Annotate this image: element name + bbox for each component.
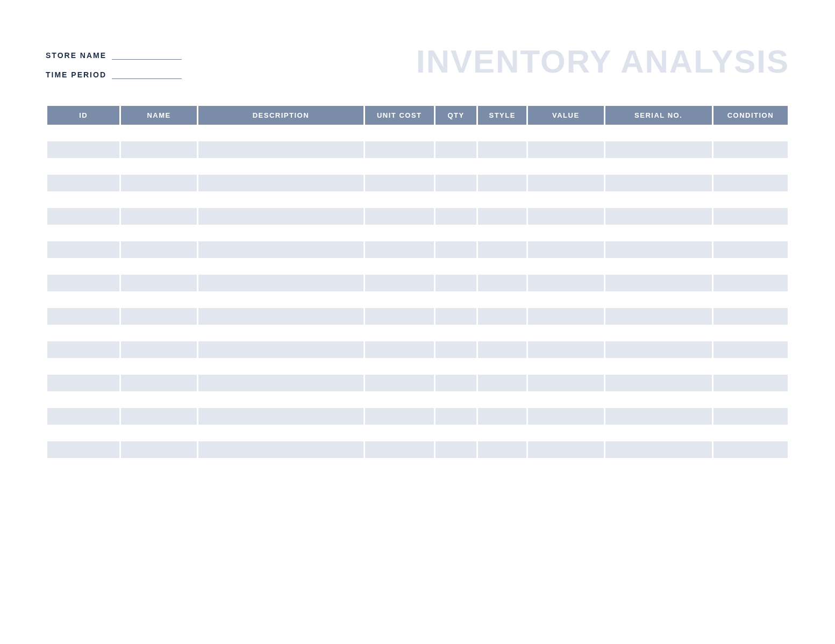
cell-input-style[interactable] [478,391,526,408]
cell-input-style[interactable] [478,375,526,391]
cell-input-name[interactable] [121,358,197,375]
cell-input-style[interactable] [478,425,526,441]
cell-input-condition[interactable] [713,425,788,441]
cell-input-name[interactable] [121,125,197,141]
cell-input-description[interactable] [198,241,363,258]
cell-input-serial_no[interactable] [605,291,712,308]
cell-input-unit_cost[interactable] [365,408,434,425]
cell-input-description[interactable] [198,458,363,475]
cell-input-condition[interactable] [713,191,788,208]
cell-input-unit_cost[interactable] [365,191,434,208]
cell-input-value[interactable] [528,391,604,408]
cell-input-unit_cost[interactable] [365,325,434,341]
cell-input-description[interactable] [198,225,363,241]
cell-input-value[interactable] [528,208,604,225]
cell-input-value[interactable] [528,358,604,375]
cell-input-serial_no[interactable] [605,458,712,475]
cell-input-qty[interactable] [436,308,477,325]
cell-input-condition[interactable] [713,241,788,258]
cell-input-id[interactable] [47,308,119,325]
cell-input-serial_no[interactable] [605,158,712,175]
cell-input-value[interactable] [528,458,604,475]
cell-input-condition[interactable] [713,458,788,475]
cell-input-condition[interactable] [713,441,788,458]
cell-input-style[interactable] [478,358,526,375]
cell-input-condition[interactable] [713,341,788,358]
cell-input-name[interactable] [121,141,197,158]
cell-input-qty[interactable] [436,275,477,291]
cell-input-serial_no[interactable] [605,175,712,191]
cell-input-name[interactable] [121,325,197,341]
cell-input-qty[interactable] [436,391,477,408]
cell-input-name[interactable] [121,191,197,208]
cell-input-description[interactable] [198,408,363,425]
cell-input-qty[interactable] [436,425,477,441]
cell-input-value[interactable] [528,125,604,141]
cell-input-description[interactable] [198,208,363,225]
cell-input-value[interactable] [528,308,604,325]
cell-input-qty[interactable] [436,375,477,391]
cell-input-description[interactable] [198,325,363,341]
cell-input-style[interactable] [478,225,526,241]
cell-input-unit_cost[interactable] [365,258,434,275]
cell-input-style[interactable] [478,191,526,208]
cell-input-unit_cost[interactable] [365,441,434,458]
cell-input-serial_no[interactable] [605,358,712,375]
cell-input-id[interactable] [47,158,119,175]
cell-input-serial_no[interactable] [605,258,712,275]
cell-input-serial_no[interactable] [605,275,712,291]
cell-input-name[interactable] [121,241,197,258]
cell-input-description[interactable] [198,125,363,141]
cell-input-unit_cost[interactable] [365,425,434,441]
cell-input-condition[interactable] [713,375,788,391]
cell-input-condition[interactable] [713,158,788,175]
cell-input-value[interactable] [528,241,604,258]
cell-input-condition[interactable] [713,125,788,141]
cell-input-condition[interactable] [713,275,788,291]
cell-input-style[interactable] [478,158,526,175]
cell-input-description[interactable] [198,175,363,191]
cell-input-serial_no[interactable] [605,425,712,441]
cell-input-name[interactable] [121,375,197,391]
cell-input-unit_cost[interactable] [365,158,434,175]
cell-input-style[interactable] [478,125,526,141]
cell-input-value[interactable] [528,275,604,291]
cell-input-description[interactable] [198,441,363,458]
cell-input-value[interactable] [528,341,604,358]
cell-input-style[interactable] [478,325,526,341]
cell-input-id[interactable] [47,391,119,408]
cell-input-name[interactable] [121,175,197,191]
cell-input-name[interactable] [121,275,197,291]
cell-input-unit_cost[interactable] [365,208,434,225]
cell-input-condition[interactable] [713,391,788,408]
cell-input-name[interactable] [121,458,197,475]
cell-input-unit_cost[interactable] [365,175,434,191]
cell-input-id[interactable] [47,291,119,308]
cell-input-qty[interactable] [436,408,477,425]
cell-input-name[interactable] [121,441,197,458]
cell-input-style[interactable] [478,141,526,158]
cell-input-serial_no[interactable] [605,375,712,391]
cell-input-unit_cost[interactable] [365,225,434,241]
cell-input-value[interactable] [528,291,604,308]
cell-input-serial_no[interactable] [605,341,712,358]
cell-input-style[interactable] [478,408,526,425]
cell-input-qty[interactable] [436,291,477,308]
cell-input-qty[interactable] [436,125,477,141]
cell-input-condition[interactable] [713,258,788,275]
cell-input-name[interactable] [121,341,197,358]
cell-input-name[interactable] [121,158,197,175]
cell-input-id[interactable] [47,425,119,441]
cell-input-unit_cost[interactable] [365,308,434,325]
cell-input-description[interactable] [198,308,363,325]
cell-input-name[interactable] [121,308,197,325]
cell-input-unit_cost[interactable] [365,375,434,391]
cell-input-qty[interactable] [436,141,477,158]
cell-input-qty[interactable] [436,175,477,191]
cell-input-serial_no[interactable] [605,325,712,341]
cell-input-unit_cost[interactable] [365,291,434,308]
cell-input-qty[interactable] [436,458,477,475]
cell-input-description[interactable] [198,391,363,408]
cell-input-style[interactable] [478,341,526,358]
cell-input-serial_no[interactable] [605,408,712,425]
